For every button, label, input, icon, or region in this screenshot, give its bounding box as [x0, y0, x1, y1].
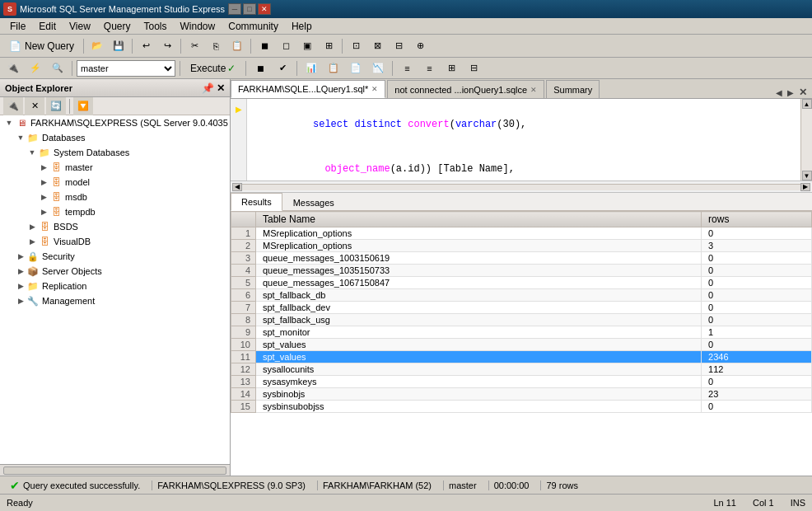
vscroll-down[interactable]: ▼	[802, 171, 812, 180]
tree-msdb-node[interactable]: ▶ 🗄 msdb	[0, 190, 230, 204]
database-selector[interactable]: master	[77, 60, 175, 77]
query-tab-2[interactable]: not connected ...ionQuery1.sqlce ✕	[387, 80, 544, 98]
table-row[interactable]: 8spt_fallback_usg0	[231, 314, 812, 326]
toolbar-open-btn[interactable]: 📂	[87, 37, 107, 55]
table-row[interactable]: 11spt_values2346	[231, 351, 812, 363]
oe-connect-btn[interactable]: 🔌	[3, 97, 23, 115]
results-btn1[interactable]: 📊	[301, 59, 321, 77]
hscroll-right[interactable]: ▶	[800, 183, 810, 191]
toolbar-btn7[interactable]: ▣	[297, 37, 317, 55]
toolbar2-btn1[interactable]: 🔌	[3, 59, 23, 77]
results-tab-results[interactable]: Results	[231, 193, 282, 211]
results-tab-messages[interactable]: Messages	[282, 193, 345, 211]
table-row[interactable]: 13sysasymkeys0	[231, 376, 812, 388]
table-row[interactable]: 3queue_messages_10031506190	[231, 252, 812, 265]
toolbar-btn9[interactable]: ⊡	[346, 37, 366, 55]
oe-close-icon[interactable]: ✕	[217, 82, 225, 94]
table-row[interactable]: 15sysbinsubobjss0	[231, 401, 812, 413]
tab-nav-left[interactable]: ◀	[774, 88, 784, 97]
tree-security-node[interactable]: ▶ 🔒 Security	[0, 249, 230, 264]
query-tab-1-close[interactable]: ✕	[371, 85, 378, 93]
management-expander: ▶	[15, 295, 26, 307]
tree-replication-node[interactable]: ▶ 📁 Replication	[0, 279, 230, 293]
close-button[interactable]: ✕	[258, 3, 271, 15]
table-row[interactable]: 2MSreplication_options3	[231, 240, 812, 252]
toolbar-btn11[interactable]: ⊟	[389, 37, 408, 55]
toolbar-btn6[interactable]: ◻	[276, 37, 296, 55]
toolbar-copy-btn[interactable]: ⎘	[206, 37, 226, 55]
row-rows-count: 0	[702, 302, 812, 314]
query-tab-summary[interactable]: Summary	[546, 80, 600, 98]
table-row[interactable]: 9spt_monitor1	[231, 326, 812, 339]
tempdb-db-icon: 🗄	[49, 205, 63, 218]
toolbar2-misc3[interactable]: ⊞	[441, 59, 461, 77]
toolbar2-misc1[interactable]: ≡	[397, 59, 417, 77]
table-row[interactable]: 5queue_messages_10671508470	[231, 277, 812, 289]
toolbar2-btn2[interactable]: ⚡	[26, 59, 45, 77]
hscroll-left[interactable]: ◀	[232, 183, 242, 191]
tree-tempdb-node[interactable]: ▶ 🗄 tempdb	[0, 204, 230, 219]
menu-query[interactable]: Query	[97, 19, 138, 34]
menu-window[interactable]: Window	[174, 19, 222, 34]
table-row[interactable]: 7spt_fallback_dev0	[231, 302, 812, 314]
tree-master-node[interactable]: ▶ 🗄 master	[0, 160, 230, 175]
toolbar-save-btn[interactable]: 💾	[109, 37, 128, 55]
toolbar-btn5[interactable]: ◼	[254, 37, 274, 55]
minimize-button[interactable]: ─	[228, 3, 241, 15]
menu-tools[interactable]: Tools	[138, 19, 174, 34]
menu-community[interactable]: Community	[222, 19, 285, 34]
new-query-button[interactable]: 📄 New Query	[3, 38, 80, 54]
menu-help[interactable]: Help	[285, 19, 319, 34]
hscroll-track-editor[interactable]	[242, 184, 800, 190]
results-btn3[interactable]: 📄	[346, 59, 366, 77]
table-row[interactable]: 4queue_messages_10351507330	[231, 265, 812, 277]
tree-management-node[interactable]: ▶ 🔧 Management	[0, 293, 230, 308]
vscroll-up[interactable]: ▲	[802, 99, 812, 109]
toolbar-undo-btn[interactable]: ↩	[136, 37, 156, 55]
tree-model-node[interactable]: ▶ 🗄 model	[0, 175, 230, 190]
query-editor[interactable]: select distinct convert(varchar(30), obj…	[247, 99, 800, 181]
toolbar-btn12[interactable]: ⊕	[410, 37, 430, 55]
tree-visualdb-node[interactable]: ▶ 🗄 VisualDB	[0, 234, 230, 249]
toolbar-btn8[interactable]: ⊞	[319, 37, 338, 55]
toolbar2-misc4[interactable]: ⊟	[464, 59, 483, 77]
menu-file[interactable]: File	[3, 19, 32, 34]
oe-filter-btn[interactable]: 🔽	[73, 97, 93, 115]
toolbar2-btn3[interactable]: 🔍	[48, 59, 68, 77]
results-btn2[interactable]: 📋	[324, 59, 343, 77]
tab-close-panel[interactable]: ✕	[797, 87, 809, 98]
table-row[interactable]: 6spt_fallback_db0	[231, 289, 812, 302]
execute-button[interactable]: Execute ✓	[184, 61, 241, 76]
menu-edit[interactable]: Edit	[32, 19, 63, 34]
query-tab-1[interactable]: FARKHAM\SQLE...LQuery1.sql* ✕	[231, 80, 385, 98]
tree-server-objects-node[interactable]: ▶ 📦 Server Objects	[0, 264, 230, 279]
tree-bsds-node[interactable]: ▶ 🗄 BSDS	[0, 219, 230, 234]
tree-databases-node[interactable]: ▼ 📁 Databases	[0, 130, 230, 145]
table-row[interactable]: 14sysbinobjs23	[231, 388, 812, 401]
oe-pin-icon[interactable]: 📌	[202, 82, 214, 94]
table-row[interactable]: 10spt_values0	[231, 339, 812, 351]
toolbar-paste-btn[interactable]: 📋	[227, 37, 247, 55]
table-row[interactable]: 1MSreplication_options0	[231, 227, 812, 240]
stop-btn[interactable]: ⏹	[250, 59, 270, 77]
oe-disconnect-btn[interactable]: ✕	[25, 97, 44, 115]
editor-vscrollbar[interactable]: ▲ ▼	[800, 99, 812, 180]
visualdb-db-icon: 🗄	[38, 235, 51, 248]
databases-expander: ▼	[15, 132, 26, 143]
results-btn4[interactable]: 📉	[368, 59, 388, 77]
oe-refresh-btn[interactable]: 🔄	[46, 97, 66, 115]
tree-system-dbs-node[interactable]: ▼ 📁 System Databases	[0, 145, 230, 160]
maximize-button[interactable]: □	[243, 3, 256, 15]
results-grid[interactable]: Table Name rows 1MSreplication_options02…	[231, 211, 812, 476]
toolbar-btn10[interactable]: ⊠	[367, 37, 387, 55]
oe-hscroll-track[interactable]	[3, 466, 226, 475]
query-tab-2-close[interactable]: ✕	[530, 86, 537, 94]
toolbar2-misc2[interactable]: ≡	[419, 59, 439, 77]
menu-view[interactable]: View	[63, 19, 97, 34]
tab-nav-right[interactable]: ▶	[786, 88, 796, 97]
parse-btn[interactable]: ✔	[273, 59, 292, 77]
toolbar-cut-btn[interactable]: ✂	[184, 37, 204, 55]
toolbar-redo-btn[interactable]: ↪	[157, 37, 177, 55]
table-row[interactable]: 12sysallocunits112	[231, 363, 812, 376]
tree-server-node[interactable]: ▼ 🖥 FARKHAM\SQLEXPRESS (SQL Server 9.0.4…	[0, 115, 230, 130]
